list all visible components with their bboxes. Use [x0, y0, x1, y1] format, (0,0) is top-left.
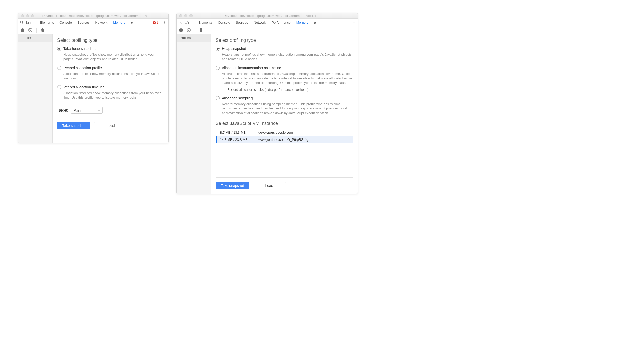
option-allocation-timeline[interactable]: Record allocation timeline Allocation ti…	[57, 85, 164, 100]
take-snapshot-button[interactable]: Take snapshot	[57, 122, 90, 129]
option-title: Heap snapshot	[222, 47, 246, 51]
load-button[interactable]: Load	[253, 182, 286, 189]
clear-icon[interactable]	[28, 28, 32, 32]
toggle-device-icon[interactable]	[26, 21, 31, 24]
divider	[35, 20, 35, 25]
tabs: Elements Console Sources Network Memory …	[40, 19, 133, 26]
option-desc: Record memory allocations using sampling…	[222, 102, 353, 115]
window-title: DevTools - developers.google.com/web/too…	[195, 14, 355, 18]
profiles-toolbar	[18, 26, 168, 34]
option-title: Take heap snapshot	[63, 47, 95, 51]
divider	[194, 20, 194, 25]
tab-console[interactable]: Console	[59, 19, 72, 26]
trash-icon[interactable]	[199, 28, 203, 32]
target-label: Target:	[57, 108, 68, 112]
tab-console[interactable]: Console	[218, 19, 230, 26]
sub-option-stacks[interactable]: Record allocation stacks (extra performa…	[222, 88, 353, 92]
load-button[interactable]: Load	[94, 122, 127, 129]
tab-elements[interactable]: Elements	[198, 19, 212, 26]
vm-size: 8.7 MB / 13.3 MB	[220, 131, 258, 134]
sub-option-label: Record allocation stacks (extra performa…	[227, 88, 308, 92]
radio-icon[interactable]	[216, 47, 220, 51]
profiling-heading: Select profiling type	[57, 38, 164, 43]
zoom-dot[interactable]	[189, 14, 193, 17]
record-icon[interactable]	[179, 28, 183, 32]
option-title: Allocation sampling	[222, 96, 253, 100]
minimize-dot[interactable]	[26, 14, 29, 17]
sidebar: Profiles	[177, 34, 211, 194]
tab-memory[interactable]: Memory	[296, 19, 308, 26]
traffic-lights	[21, 14, 34, 17]
target-row: Target: Main ▾	[57, 107, 164, 114]
vm-row[interactable]: 8.7 MB / 13.3 MB developers.google.com	[216, 129, 353, 136]
error-badge[interactable]: ✕ 1	[153, 21, 158, 24]
sidebar-item-profiles[interactable]: Profiles	[177, 34, 211, 42]
vm-heading: Select JavaScript VM instance	[216, 121, 353, 126]
tabs: Elements Console Sources Network Perform…	[198, 19, 316, 26]
vm-name: developers.google.com	[258, 131, 293, 134]
option-allocation-instrumentation[interactable]: Allocation instrumentation on timeline A…	[216, 66, 353, 92]
devtools-tabstrip: Elements Console Sources Network Memory …	[18, 19, 168, 26]
button-row: Take snapshot Load	[216, 182, 353, 189]
sidebar: Profiles	[18, 34, 53, 143]
svg-rect-3	[187, 22, 188, 24]
radio-icon[interactable]	[57, 85, 61, 89]
more-tabs-icon[interactable]: »	[314, 21, 316, 24]
clear-icon[interactable]	[187, 28, 191, 32]
option-heap-snapshot[interactable]: Take heap snapshot Heap snapshot profile…	[57, 47, 164, 61]
vm-size: 14.3 MB / 23.8 MB	[220, 138, 258, 142]
option-desc: Allocation profiles show memory allocati…	[63, 72, 164, 81]
radio-icon[interactable]	[216, 66, 220, 70]
titlebar: Developer Tools - https://developers.goo…	[18, 13, 168, 19]
tab-elements[interactable]: Elements	[40, 19, 54, 26]
option-title: Record allocation profile	[63, 66, 102, 70]
radio-icon[interactable]	[216, 96, 220, 100]
take-snapshot-button[interactable]: Take snapshot	[216, 182, 249, 189]
minimize-dot[interactable]	[184, 14, 187, 17]
kebab-menu-icon[interactable]	[163, 21, 166, 24]
close-dot[interactable]	[21, 14, 24, 17]
error-icon: ✕	[153, 21, 156, 24]
radio-icon[interactable]	[57, 66, 61, 70]
target-value: Main	[74, 108, 81, 112]
option-allocation-sampling[interactable]: Allocation sampling Record memory alloca…	[216, 96, 353, 115]
titlebar: DevTools - developers.google.com/web/too…	[177, 13, 358, 19]
tab-sources[interactable]: Sources	[236, 19, 248, 26]
vm-name: www.youtube.com: G_P6rpRSr4g	[258, 138, 308, 142]
vm-instance-list: 8.7 MB / 13.3 MB developers.google.com 1…	[216, 129, 353, 178]
sidebar-item-profiles[interactable]: Profiles	[18, 34, 52, 42]
tab-sources[interactable]: Sources	[77, 19, 90, 26]
tab-performance[interactable]: Performance	[271, 19, 290, 26]
record-icon[interactable]	[21, 28, 24, 32]
button-row: Take snapshot Load	[57, 122, 164, 129]
inspect-element-icon[interactable]	[179, 21, 182, 24]
profiling-heading: Select profiling type	[216, 38, 353, 43]
target-select[interactable]: Main ▾	[71, 107, 103, 114]
close-dot[interactable]	[179, 14, 182, 17]
svg-rect-1	[28, 22, 30, 24]
checkbox-icon[interactable]	[222, 88, 225, 91]
radio-icon[interactable]	[57, 47, 61, 51]
option-desc: Allocation timelines show instrumented J…	[222, 72, 353, 85]
tab-network[interactable]: Network	[95, 19, 108, 26]
option-heap-snapshot[interactable]: Heap snapshot Heap snapshot profiles sho…	[216, 47, 353, 61]
option-desc: Heap snapshot profiles show memory distr…	[63, 52, 164, 61]
zoom-dot[interactable]	[31, 14, 34, 17]
option-allocation-profile[interactable]: Record allocation profile Allocation pro…	[57, 66, 164, 81]
divider	[195, 28, 195, 33]
caret-down-icon: ▾	[98, 109, 100, 112]
divider	[36, 28, 37, 33]
kebab-menu-icon[interactable]	[352, 21, 356, 24]
devtools-window-old: Developer Tools - https://developers.goo…	[18, 13, 169, 143]
traffic-lights	[179, 14, 193, 17]
tab-network[interactable]: Network	[254, 19, 266, 26]
more-tabs-icon[interactable]: »	[131, 21, 133, 24]
trash-icon[interactable]	[41, 28, 44, 32]
main-panel: Select profiling type Take heap snapshot…	[53, 34, 168, 143]
inspect-element-icon[interactable]	[20, 21, 24, 24]
tab-memory[interactable]: Memory	[113, 19, 125, 26]
profiles-toolbar	[177, 26, 358, 34]
vm-row[interactable]: 14.3 MB / 23.8 MB www.youtube.com: G_P6r…	[216, 136, 353, 143]
toggle-device-icon[interactable]	[185, 21, 189, 24]
devtools-tabstrip: Elements Console Sources Network Perform…	[177, 19, 358, 26]
